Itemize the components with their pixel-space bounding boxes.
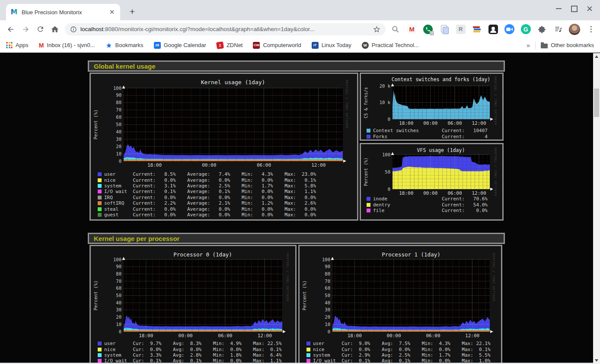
legend-row: guest Current: 0.0% Average: 0.0% Min: 0… (98, 212, 316, 218)
legend-swatch (367, 135, 370, 139)
forward-button[interactable] (18, 22, 33, 37)
maximize-button[interactable] (566, 1, 582, 16)
bookmark-zdnet[interactable]: Z ZDNet (217, 42, 243, 49)
svg-text:100: 100 (322, 257, 330, 262)
bookmark-google-calendar[interactable]: 28 Google Calendar (154, 42, 206, 49)
bookmark-bookmarks[interactable]: Bookmarks (105, 42, 144, 49)
reload-button[interactable] (33, 22, 48, 37)
section-header-kernel-per-processor: Kernel usage per processor (88, 233, 505, 244)
extensions-puzzle-icon[interactable] (536, 24, 548, 35)
chart-ylabel: Percent (%) (93, 88, 99, 161)
legend-swatch (98, 348, 102, 351)
folder-icon (541, 44, 548, 48)
books-extension-icon[interactable] (471, 24, 482, 35)
svg-text:00:00: 00:00 (423, 120, 437, 126)
legend-swatch (367, 209, 370, 212)
zoom-extension-icon[interactable] (504, 24, 515, 35)
legend-row: Forks Current: 4 (367, 133, 488, 139)
legend-text: Context switches Current: 10407 (373, 128, 488, 133)
legend-text: steal Current: 0.0% Average: 0.0% Min: 0… (104, 206, 316, 212)
address-bar[interactable]: localhost:8080/monitorix-cgi/monitorix.c… (65, 23, 386, 35)
browser-tab[interactable]: M Blue Precision Monitorix ✕ (6, 4, 120, 20)
svg-text:10 k: 10 k (380, 100, 391, 105)
keeper-extension-icon[interactable] (488, 24, 499, 35)
bookmark-star-icon[interactable] (373, 25, 380, 33)
legend-row: inode Current: 70.6% (367, 196, 488, 202)
legend-text: inode Current: 70.6% (373, 196, 488, 202)
svg-text:00:00: 00:00 (179, 333, 193, 339)
legend-row: system Current: 3.1% Average: 2.5% Min: … (98, 183, 316, 189)
profile-avatar[interactable] (569, 24, 580, 35)
browser-window: M Blue Precision Monitorix ✕ + ✕ (0, 0, 600, 364)
svg-text:12:00: 12:00 (465, 333, 479, 339)
voice-extension-icon[interactable]: ? (422, 24, 434, 35)
gmail-extension-icon[interactable]: M (406, 24, 418, 35)
chart-legend: inode Current: 70.6%dentry Current: 54.0… (367, 196, 488, 213)
bookmark-inbox[interactable]: M Inbox (16) - sjvn0... (39, 42, 95, 49)
svg-text:00:00: 00:00 (423, 190, 437, 196)
minimize-button[interactable] (551, 1, 566, 16)
svg-text:30: 30 (116, 136, 121, 142)
svg-text:20: 20 (116, 144, 121, 149)
legend-row: system Cur: 3.3% Avg: 2.8% Min: 1.8% Max… (98, 352, 282, 358)
svg-text:50: 50 (116, 293, 121, 298)
scrollbar-down-arrow[interactable] (593, 357, 600, 364)
menu-icon[interactable]: ⋮ (585, 24, 597, 35)
star-icon (105, 42, 112, 49)
legend-swatch (306, 353, 310, 357)
legend-text: guest Current: 0.0% Average: 0.0% Min: 0… (104, 212, 316, 218)
legend-swatch (98, 342, 102, 345)
svg-text:70: 70 (325, 279, 330, 284)
svg-text:80: 80 (116, 100, 121, 105)
legend-swatch (306, 359, 310, 363)
bookmark-label: Computerworld (263, 42, 301, 48)
svg-text:10: 10 (116, 322, 121, 327)
legend-swatch (98, 184, 102, 188)
svg-text:100: 100 (382, 152, 390, 157)
bookmark-practical-technology[interactable]: W Practical Technol... (362, 42, 419, 49)
svg-text:00:00: 00:00 (202, 162, 216, 168)
svg-text:10: 10 (325, 322, 330, 327)
bookmark-computerworld[interactable]: CW Computerworld (253, 42, 301, 49)
svg-text:90: 90 (325, 264, 330, 269)
legend-swatch (98, 201, 102, 205)
tab-close-icon[interactable]: ✕ (108, 8, 116, 16)
legend-row: nice Cur: 0.0% Avg: 0.0% Min: 0.0% Max: … (98, 346, 282, 352)
apps-grid-icon (6, 42, 13, 48)
chart-panel-kernel-usage: 010203040506070809010018:0000:0006:0012:… (89, 73, 358, 221)
chart-legend: Context switches Current: 10407Forks Cur… (367, 128, 488, 139)
svg-text:06:00: 06:00 (447, 190, 462, 196)
legend-text: I/O wait Current: 0.1% Average: 0.1% Min… (104, 189, 316, 194)
svg-text:20: 20 (116, 314, 121, 320)
legend-text: user Cur: 9.7% Avg: 8.3% Min: 4.9% Max: … (104, 341, 282, 346)
url-text[interactable]: localhost:8080/monitorix-cgi/monitorix.c… (80, 26, 373, 32)
bookmarks-overflow-chevron[interactable]: » (527, 41, 530, 49)
copy-pages-extension-icon[interactable] (439, 24, 450, 35)
svg-text:80: 80 (116, 271, 121, 276)
r-extension-icon[interactable]: R (455, 24, 466, 35)
page-info-icon[interactable] (70, 26, 77, 33)
home-button[interactable] (48, 22, 62, 37)
playlist-extension-icon[interactable] (553, 24, 564, 35)
bookmark-linux-today[interactable]: lT Linux Today (312, 42, 351, 49)
svg-text:100: 100 (113, 85, 121, 91)
legend-swatch (98, 172, 102, 176)
search-extension-icon[interactable] (390, 24, 401, 35)
legend-swatch (98, 353, 102, 357)
scrollbar-up-arrow[interactable] (593, 53, 600, 60)
close-button[interactable]: ✕ (582, 1, 597, 16)
bookmark-apps[interactable]: Apps (6, 42, 29, 48)
page-scrollbar[interactable] (593, 53, 600, 364)
new-tab-button[interactable]: + (126, 6, 138, 18)
grammarly-extension-icon[interactable]: G (520, 24, 531, 35)
scrollbar-thumb[interactable] (594, 89, 599, 117)
svg-text:90: 90 (116, 92, 121, 98)
svg-text:06:00: 06:00 (447, 120, 462, 126)
back-button[interactable] (3, 22, 18, 37)
svg-text:0: 0 (119, 158, 121, 164)
window-controls: ✕ (551, 1, 597, 16)
chart-title: Context switches and forks (1day) (392, 76, 490, 82)
legend-row: nice Cur: 0.0% Avg: 0.0% Min: 0.0% Max: … (306, 346, 491, 352)
bookmark-other-bookmarks[interactable]: Other bookmarks (541, 42, 594, 48)
legend-row: system Cur: 2.9% Avg: 2.5% Min: 1.7% Max… (306, 352, 491, 358)
